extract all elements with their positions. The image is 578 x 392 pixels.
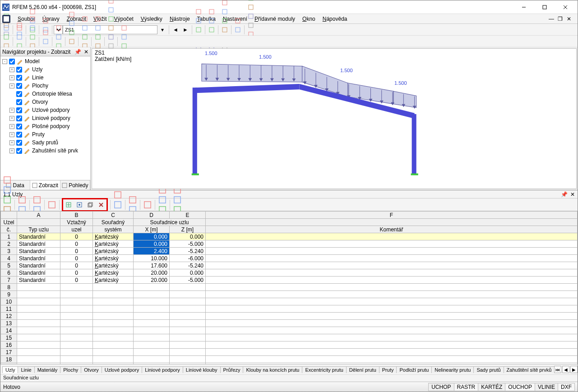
mesh-btn-0[interactable] xyxy=(220,0,229,7)
sel-btn-0[interactable] xyxy=(80,14,89,23)
mesh-btn-2[interactable] xyxy=(220,16,229,25)
ttab-btn-0[interactable] xyxy=(2,175,12,185)
render-btn-2[interactable] xyxy=(207,25,216,34)
tree-checkbox[interactable] xyxy=(16,124,22,129)
table-row[interactable]: 10 xyxy=(1,298,578,305)
tree-item[interactable]: +Sady prutů xyxy=(2,138,88,147)
tree-checkbox[interactable] xyxy=(16,75,22,81)
create-btn-1[interactable] xyxy=(15,32,24,42)
table-row[interactable]: 16 xyxy=(1,341,578,349)
analysis-btn-4[interactable] xyxy=(246,12,255,21)
bottom-tab[interactable]: Plochy xyxy=(60,366,81,373)
render-btn-1[interactable] xyxy=(207,16,216,25)
tree-item[interactable]: +Plochy xyxy=(2,82,88,90)
bottom-tab[interactable]: Liniové podpory xyxy=(142,366,183,373)
tree-item[interactable]: +Zahuštění sítě prvk xyxy=(2,147,88,155)
tools-btn-2[interactable] xyxy=(67,28,76,37)
tree-item[interactable]: Otvory xyxy=(2,98,88,106)
tree-checkbox[interactable] xyxy=(16,99,22,105)
table-row[interactable]: 2Standardní0Kartézský0.000-5.000 xyxy=(1,240,578,248)
analysis-btn-2[interactable] xyxy=(246,0,255,3)
tool-copy-row[interactable] xyxy=(85,200,95,210)
bottom-tab[interactable]: Podloží prutu xyxy=(396,366,432,373)
edit-btn-1[interactable] xyxy=(2,23,11,32)
tree-checkbox[interactable] xyxy=(16,140,22,146)
expander-icon[interactable]: + xyxy=(9,108,14,113)
disp-btn-2[interactable] xyxy=(194,25,203,34)
analysis-btn-5[interactable] xyxy=(246,21,255,30)
status-toggle[interactable]: UCHOP xyxy=(428,383,454,391)
tab-nav-button[interactable]: ◀ xyxy=(562,366,569,373)
bottom-tab[interactable]: Linie xyxy=(18,366,34,373)
tree-item[interactable]: +Uzlové podpory xyxy=(2,106,88,114)
misc-btn-0[interactable] xyxy=(233,16,242,25)
tool-delete-row[interactable] xyxy=(96,200,106,210)
tree-item[interactable]: +Liniové podpory xyxy=(2,114,88,122)
copy-btn-1[interactable] xyxy=(54,32,63,42)
show-btn-2[interactable] xyxy=(93,32,102,42)
edit-btn-2[interactable] xyxy=(2,32,11,42)
status-toggle[interactable]: OUCHOP xyxy=(505,383,535,391)
menu-přídavné moduly[interactable]: Přídavné moduly xyxy=(251,15,299,23)
expander-icon[interactable]: + xyxy=(9,140,14,145)
ted-btn-1[interactable] xyxy=(113,200,123,210)
navigator-close[interactable]: ✕ xyxy=(84,49,88,55)
tool-select-row[interactable] xyxy=(74,200,84,210)
analysis-btn-3[interactable] xyxy=(246,3,255,12)
bottom-tab[interactable]: Dělení prutu xyxy=(346,366,379,373)
bottom-tab[interactable]: Uzlové podpory xyxy=(102,366,142,373)
navtab-zobrazit[interactable]: Zobrazit xyxy=(30,180,60,190)
tree-checkbox[interactable] xyxy=(16,83,22,89)
combo-dropdown[interactable]: ▾ xyxy=(158,25,167,34)
supp-btn-0[interactable] xyxy=(28,14,37,23)
dim-btn-0[interactable] xyxy=(106,0,116,5)
supp-btn-1[interactable] xyxy=(28,23,37,32)
status-toggle[interactable]: KARTÉZ xyxy=(478,383,505,391)
mdi-restore[interactable]: ❐ xyxy=(558,16,567,22)
show-btn-1[interactable] xyxy=(93,23,102,32)
table-row[interactable]: 12 xyxy=(1,313,578,320)
table-row[interactable]: 13 xyxy=(1,320,578,327)
minimize-button[interactable] xyxy=(513,1,534,14)
bottom-tab[interactable]: Otvory xyxy=(81,366,102,373)
tools-btn-0[interactable] xyxy=(67,10,76,19)
load-btn-0[interactable] xyxy=(41,28,50,37)
tcol-btn-0[interactable] xyxy=(143,200,153,210)
table-row[interactable]: 3Standardní0Kartézský2.400-5.240 xyxy=(1,248,578,255)
pin-icon[interactable]: 📌 xyxy=(74,49,81,55)
sel-btn-2[interactable] xyxy=(80,32,89,42)
expander-icon[interactable] xyxy=(9,92,14,97)
tree-checkbox[interactable] xyxy=(16,132,22,138)
status-toggle[interactable]: RASTR xyxy=(454,383,479,391)
tools-btn-1[interactable] xyxy=(67,19,76,28)
menu-okno[interactable]: Okno xyxy=(299,15,319,23)
menu-nápověda[interactable]: Nápověda xyxy=(319,15,351,23)
maximize-button[interactable] xyxy=(534,1,555,14)
tree-checkbox[interactable] xyxy=(16,107,22,113)
expander-icon[interactable]: + xyxy=(9,148,14,153)
table-row[interactable]: 4Standardní0Kartézský10.000-6.000 xyxy=(1,255,578,262)
ted-btn-0[interactable] xyxy=(113,190,123,200)
sel-btn-1[interactable] xyxy=(80,23,89,32)
mesh-btn-1[interactable] xyxy=(220,7,229,16)
expander-icon[interactable]: + xyxy=(9,132,14,137)
tsp-btn-0[interactable] xyxy=(47,200,57,210)
table-row[interactable]: 6Standardní0Kartézský20.0000.000 xyxy=(1,269,578,277)
create-btn-0[interactable] xyxy=(15,23,24,32)
tool-insert-row[interactable] xyxy=(64,200,74,210)
table-row[interactable]: 9 xyxy=(1,291,578,298)
expander-icon[interactable]: + xyxy=(9,124,14,129)
status-toggle[interactable]: DXF xyxy=(558,383,575,391)
misc-btn-1[interactable] xyxy=(233,25,242,34)
dim-btn-3[interactable] xyxy=(106,23,116,32)
expander-icon[interactable]: + xyxy=(9,116,14,121)
expander-icon[interactable]: + xyxy=(9,83,14,88)
mesh-btn-3[interactable] xyxy=(220,25,229,34)
tree-checkbox[interactable] xyxy=(16,67,22,73)
bottom-tab[interactable]: Nelinearity prutu xyxy=(431,366,474,373)
tree-checkbox[interactable] xyxy=(16,91,22,97)
extra-btn-0[interactable] xyxy=(120,23,129,32)
ttab-btn-2[interactable] xyxy=(2,195,12,205)
tools-btn-3[interactable] xyxy=(67,37,76,46)
dim-btn-2[interactable] xyxy=(106,14,116,23)
